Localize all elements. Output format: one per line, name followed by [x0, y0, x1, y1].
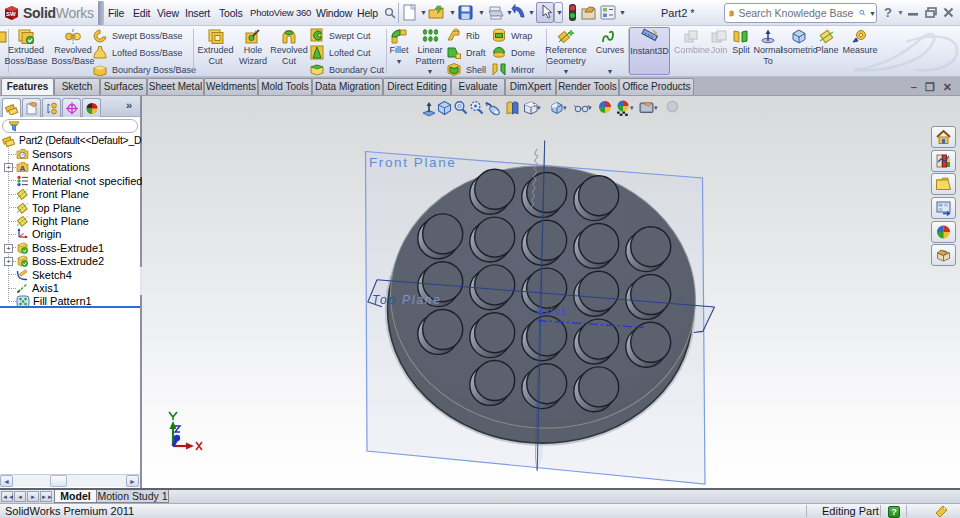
svg-text:Top Plane: Top Plane [372, 293, 442, 307]
svg-text:Front Plane: Front Plane [369, 155, 456, 170]
svg-text:A: A [20, 164, 26, 173]
svg-text:Axis1: Axis1 [537, 306, 566, 317]
